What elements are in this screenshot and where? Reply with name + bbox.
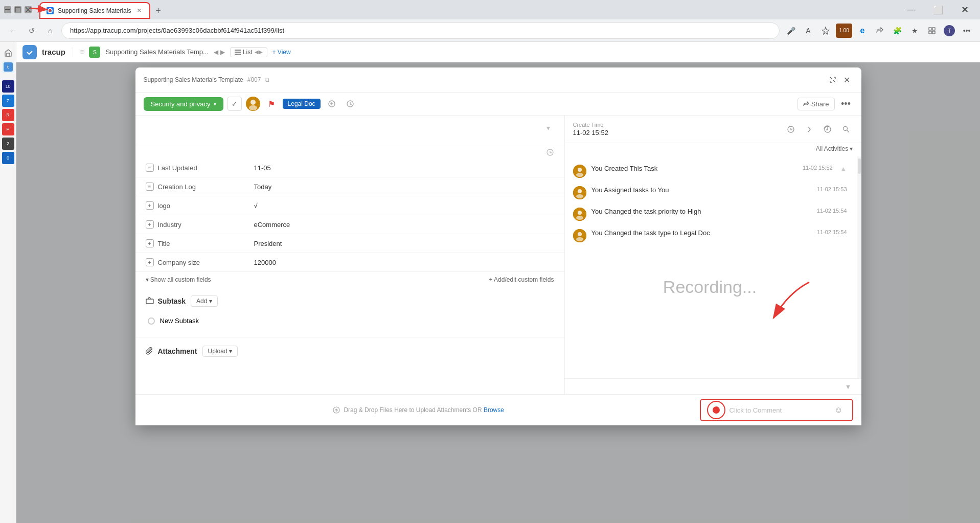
all-activities-button[interactable]: All Activities ▾ [816,145,853,152]
more-options-button[interactable]: ••• [839,97,853,111]
extension-badge-button[interactable]: 1.00 [836,24,852,38]
maximize-button[interactable] [14,6,21,13]
activity-avatar-4 [573,229,586,242]
share-button[interactable]: Share [797,98,835,110]
translate-icon[interactable]: A [801,24,815,38]
comment-input-container[interactable]: Click to Comment ☺ [700,399,853,421]
add-edit-fields-button[interactable]: + Add/edit custom fields [489,276,554,283]
win-minimize[interactable]: — [900,2,923,17]
record-button[interactable] [707,401,725,419]
win-close[interactable]: ✕ [953,2,976,17]
tab-close-button[interactable]: ✕ [135,7,143,15]
copy-icon[interactable]: ⧉ [265,76,269,83]
flag-icon[interactable]: ⚑ [264,97,279,111]
minimize-button[interactable] [4,6,11,13]
refresh-button[interactable]: ↺ [25,24,39,38]
subtask-label: Subtask [158,297,186,305]
profile-icon[interactable]: T [942,24,956,38]
browse-link[interactable]: Browse [484,406,504,414]
right-arrow-icon[interactable] [802,122,816,137]
star-icon[interactable] [818,24,833,38]
sidebar-tracup-icon[interactable]: t [2,61,14,73]
field-label-company-size: Company size [158,259,200,266]
sidebar-icon-4[interactable]: P [2,123,14,135]
field-label-logo: logo [158,202,171,210]
field-value-company-size[interactable]: 120000 [248,254,282,271]
sidebar-icon-5[interactable]: 2 [2,138,14,150]
new-subtask-label: New Subtask [160,317,199,325]
recording-text: Recording... [663,277,757,297]
drag-drop-text: Drag & Drop Files Here to Upload Attachm… [344,406,483,414]
subtask-header: Subtask Add ▾ [146,295,554,307]
check-button[interactable]: ✓ [227,97,242,111]
puzzle-icon[interactable]: 🧩 [890,24,904,38]
field-label-industry: Industry [158,221,181,229]
favorites-icon[interactable]: ★ [907,24,922,38]
sidebar-toggle-icon[interactable]: ≡ [80,48,84,56]
field-value-last-updated[interactable]: 11-05 [248,159,277,177]
time-history-icon[interactable] [784,122,798,137]
sidebar-icon-3[interactable]: R [2,109,14,121]
sidebar-icon-1[interactable]: 10 [2,80,14,93]
view-prev-icon[interactable]: ◀ [214,49,218,56]
record-dot [713,406,720,414]
comment-placeholder: Click to Comment [730,406,828,414]
task-number: #007 [247,76,261,83]
svg-rect-8 [929,31,931,34]
edge-icon[interactable]: e [855,24,870,38]
view-next-icon[interactable]: ▶ [220,49,225,56]
close-button[interactable] [25,6,32,13]
new-tab-button[interactable]: + [151,4,165,18]
right-panel-header: Create Time 11-02 15:52 [565,116,861,143]
scroll-down-icon[interactable]: ▼ [845,383,855,390]
tag-badge[interactable]: Legal Doc [283,99,321,109]
activity-content-3: You Changed the task priority to High [591,208,812,215]
status-button[interactable]: Security and privacy ▾ [144,97,223,111]
window-controls[interactable] [4,6,32,13]
activity-expand-1[interactable]: ▲ [840,165,847,173]
title-dropdown-icon[interactable]: ▾ [546,124,550,132]
svg-rect-0 [5,9,10,10]
field-value-creation-log[interactable]: Today [248,178,278,196]
list-view-btn[interactable]: List ◀▶ [230,47,267,57]
task-title-area: ▾ [135,116,564,146]
assignee-avatar[interactable] [246,97,260,111]
svg-point-26 [843,126,847,130]
win-maximize[interactable]: ⬜ [927,2,949,17]
sidebar-home-icon[interactable] [2,47,14,59]
field-value-title[interactable]: President [248,235,288,253]
toolbar-time-icon[interactable] [343,97,357,111]
sidebar-icon-2[interactable]: Z [2,95,14,107]
calendar-icon[interactable] [821,122,835,137]
sidebar-icon-6[interactable]: 0 [2,152,14,164]
collections-icon[interactable] [925,24,939,38]
svg-point-17 [249,105,257,110]
microphone-icon[interactable]: 🎤 [784,24,798,38]
upload-button[interactable]: Upload ▾ [202,346,238,357]
address-input[interactable]: https://app.tracup.com/projects/0ae63993… [61,22,780,39]
emoji-button[interactable]: ☺ [832,403,846,417]
svg-point-16 [250,100,256,105]
new-subtask-item[interactable]: New Subtask [146,313,554,329]
field-row-company-size: + Company size 120000 [135,253,564,272]
back-button[interactable]: ← [6,24,20,38]
active-tab[interactable]: Supporting Sales Materials ✕ [40,3,150,18]
add-view-btn[interactable]: + View [272,49,291,56]
add-subtask-button[interactable]: Add ▾ [191,295,218,307]
field-value-industry[interactable]: eCommerce [248,216,297,234]
attachment-label: Attachment [158,347,197,355]
expand-button[interactable] [827,74,839,86]
close-modal-button[interactable]: ✕ [841,74,853,86]
share-browser-icon[interactable] [873,24,887,38]
svg-line-27 [847,130,849,132]
activities-filter: All Activities ▾ [565,143,861,156]
browser-titlebar: Supporting Sales Materials ✕ + — ⬜ ✕ [0,0,980,19]
more-options-browser[interactable]: ••• [960,24,974,38]
show-fields-row: ▾ Show all custom fields + Add/edit cust… [135,272,564,287]
toolbar-circle-icon[interactable] [325,97,339,111]
attachment-header: Attachment Upload ▾ [146,346,554,357]
field-value-logo[interactable]: √ [248,197,264,215]
search-panel-icon[interactable] [839,122,853,137]
show-all-fields-button[interactable]: ▾ Show all custom fields [146,276,211,283]
home-button[interactable]: ⌂ [43,24,57,38]
